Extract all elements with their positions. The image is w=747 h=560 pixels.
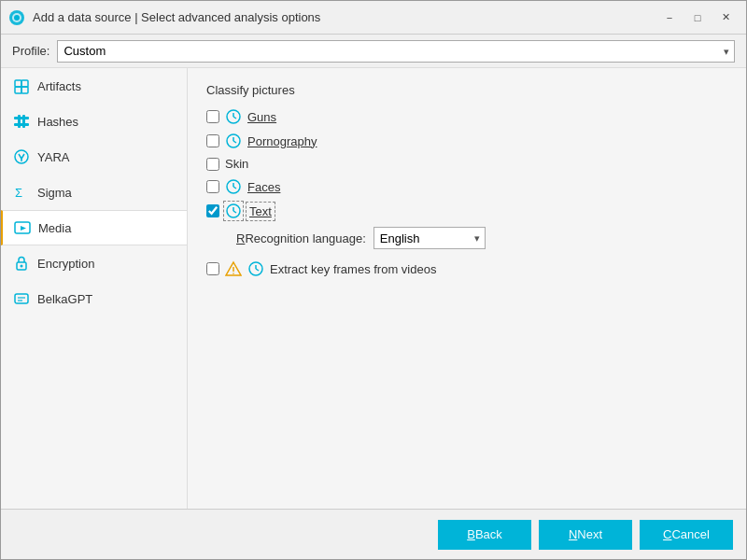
sidebar-item-sigma-label: Sigma (37, 186, 72, 200)
maximize-button[interactable]: □ (684, 7, 711, 28)
sidebar-item-hashes-label: Hashes (37, 115, 78, 129)
svg-line-26 (233, 141, 236, 143)
svg-rect-6 (21, 87, 28, 93)
classify-item-guns: Guns (206, 108, 727, 125)
right-panel: Classify pictures Guns (188, 68, 746, 509)
sidebar-item-media[interactable]: Media (1, 210, 187, 245)
pornography-checkbox[interactable] (206, 134, 219, 147)
cancel-button[interactable]: CCancel (640, 520, 733, 550)
svg-point-17 (21, 265, 23, 268)
back-underline-icon: B (467, 527, 475, 541)
encryption-icon (13, 255, 30, 272)
next-button[interactable]: NNext (539, 520, 632, 550)
svg-rect-8 (14, 123, 29, 126)
keyframes-label[interactable]: Extract key frames from videos (270, 262, 436, 276)
guns-checkbox[interactable] (206, 110, 219, 123)
svg-rect-3 (15, 80, 21, 87)
svg-line-38 (256, 269, 259, 271)
window-title: Add a data source | Select advanced anal… (33, 10, 656, 24)
faces-label[interactable]: Faces (247, 180, 280, 194)
recognition-select-wrapper: English French German Spanish ▾ (374, 227, 486, 249)
sidebar-item-media-label: Media (38, 221, 71, 235)
minimize-button[interactable]: − (656, 7, 683, 28)
svg-marker-15 (21, 226, 26, 231)
yara-icon (13, 148, 30, 165)
sidebar-item-artifacts[interactable]: Artifacts (1, 68, 187, 104)
titlebar: Add a data source | Select advanced anal… (1, 1, 746, 35)
svg-line-23 (233, 117, 236, 119)
footer: BBack NNext CCancel (1, 509, 746, 559)
sidebar-item-belkagpt-label: BelkaGPT (37, 292, 92, 306)
app-icon (8, 9, 25, 26)
profile-select-wrapper: Custom Default Full ▾ (57, 40, 735, 63)
skin-label[interactable]: Skin (225, 157, 248, 171)
sidebar: Artifacts Hashes (1, 68, 188, 509)
svg-line-32 (233, 211, 236, 213)
sidebar-item-artifacts-label: Artifacts (37, 79, 81, 93)
profile-bar: Profile: Custom Default Full ▾ (1, 35, 746, 68)
sidebar-item-belkagpt[interactable]: BelkaGPT (1, 281, 187, 316)
text-checkbox[interactable] (206, 204, 219, 217)
skin-checkbox[interactable] (206, 158, 219, 171)
artifacts-icon (13, 77, 30, 94)
classify-item-keyframes: Extract key frames from videos (206, 260, 727, 277)
guns-label[interactable]: Guns (247, 110, 276, 124)
recognition-language-row: RRecognition language: English French Ge… (236, 227, 727, 249)
recognition-language-select[interactable]: English French German Spanish (374, 227, 486, 249)
svg-line-29 (233, 187, 236, 189)
classify-item-pornography: Pornography (206, 133, 727, 149)
svg-rect-10 (22, 115, 25, 128)
pornography-label[interactable]: Pornography (247, 134, 317, 148)
svg-text:Σ: Σ (15, 186, 22, 200)
classify-item-skin: Skin (206, 157, 727, 171)
keyframes-warning-icon (225, 260, 242, 277)
text-clock-icon (225, 203, 242, 219)
back-button[interactable]: BBack (438, 520, 531, 550)
classify-title: Classify pictures (206, 83, 727, 97)
sidebar-item-yara-label: YARA (37, 150, 69, 164)
svg-point-2 (14, 15, 20, 21)
text-label[interactable]: Text (247, 203, 274, 219)
classify-item-faces: Faces (206, 178, 727, 195)
svg-point-35 (233, 273, 234, 274)
main-content: Artifacts Hashes (1, 68, 746, 509)
profile-label: Profile: (12, 44, 49, 58)
svg-rect-18 (15, 294, 28, 303)
sidebar-item-encryption-label: Encryption (37, 257, 94, 271)
pornography-clock-icon (225, 133, 242, 149)
sidebar-item-encryption[interactable]: Encryption (1, 245, 187, 281)
sidebar-item-yara[interactable]: YARA (1, 139, 187, 175)
svg-rect-5 (15, 87, 21, 93)
window-controls: − □ ✕ (656, 7, 739, 28)
keyframes-checkbox[interactable] (206, 262, 219, 275)
faces-checkbox[interactable] (206, 180, 219, 193)
profile-select[interactable]: Custom Default Full (57, 40, 735, 63)
keyframes-clock-icon (247, 260, 264, 277)
classify-item-text: Text (206, 203, 727, 219)
svg-rect-4 (21, 80, 28, 87)
sidebar-item-sigma[interactable]: Σ Sigma (1, 175, 187, 210)
belkagpt-icon (13, 290, 30, 307)
close-button[interactable]: ✕ (712, 7, 739, 28)
svg-rect-7 (14, 117, 29, 119)
guns-clock-icon (225, 108, 242, 125)
next-underline-icon: N (569, 527, 577, 541)
media-icon (14, 219, 31, 236)
sigma-icon: Σ (13, 184, 30, 201)
hashes-icon (13, 113, 30, 130)
faces-clock-icon (225, 178, 242, 195)
sidebar-item-hashes[interactable]: Hashes (1, 104, 187, 139)
svg-rect-9 (18, 115, 21, 128)
recognition-language-label: RRecognition language: (236, 231, 366, 245)
